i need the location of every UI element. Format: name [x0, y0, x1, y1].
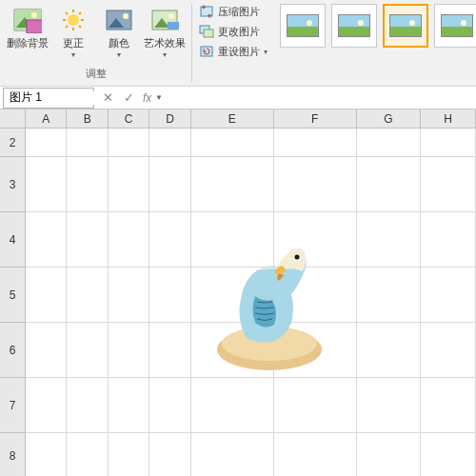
fx-label[interactable]: fx [139, 91, 155, 105]
cell[interactable] [26, 157, 67, 212]
style-thumb-4[interactable] [434, 4, 476, 48]
cell[interactable] [67, 378, 108, 433]
cell[interactable] [109, 433, 149, 476]
cell[interactable] [421, 212, 476, 268]
cell[interactable] [357, 268, 422, 323]
color-button[interactable]: 颜色 ▾ [97, 2, 141, 62]
table-row: 7 [0, 378, 476, 433]
row-header[interactable]: 5 [0, 268, 26, 323]
cancel-button[interactable]: ✕ [97, 90, 118, 105]
cell[interactable] [149, 433, 190, 476]
cell[interactable] [421, 129, 476, 157]
confirm-button[interactable]: ✓ [118, 90, 139, 105]
reset-picture-button[interactable]: 重设图片 ▾ [196, 42, 270, 61]
corrections-icon [58, 5, 89, 35]
cell[interactable] [109, 268, 149, 323]
formula-bar: ▼ ✕ ✓ fx [0, 87, 476, 109]
cell[interactable] [274, 157, 357, 212]
cell[interactable] [26, 129, 67, 157]
cell[interactable] [149, 157, 190, 212]
group-label-adjust: 调整 [86, 67, 107, 84]
cell[interactable] [191, 157, 274, 212]
svg-point-4 [68, 14, 79, 26]
row-header[interactable]: 3 [0, 157, 26, 212]
cell[interactable] [149, 378, 190, 433]
artistic-label: 艺术效果 [144, 37, 186, 50]
col-header[interactable]: B [67, 109, 108, 129]
cell[interactable] [26, 212, 67, 268]
artistic-icon [149, 5, 180, 35]
cell[interactable] [109, 129, 149, 157]
svg-line-9 [66, 12, 68, 14]
table-row: 2 [0, 129, 476, 157]
cell[interactable] [67, 212, 108, 268]
cell[interactable] [67, 129, 108, 157]
select-all-corner[interactable] [0, 109, 26, 129]
cell[interactable] [357, 433, 422, 476]
cell[interactable] [421, 157, 476, 212]
cell[interactable] [109, 212, 149, 268]
col-header[interactable]: E [191, 109, 274, 129]
cell[interactable] [274, 433, 357, 476]
style-thumb-2[interactable] [331, 4, 377, 48]
cell[interactable] [357, 323, 422, 378]
cell[interactable] [26, 378, 67, 433]
row-header[interactable]: 6 [0, 323, 26, 378]
style-thumb-1[interactable] [280, 4, 326, 48]
change-icon [199, 24, 214, 39]
cell[interactable] [191, 378, 274, 433]
cell[interactable] [26, 323, 67, 378]
col-header[interactable]: F [274, 109, 357, 129]
corrections-button[interactable]: 更正 ▾ [51, 2, 95, 62]
cell[interactable] [26, 268, 67, 323]
col-header[interactable]: C [109, 109, 149, 129]
col-header[interactable]: D [149, 109, 190, 129]
cell[interactable] [67, 433, 108, 476]
artistic-effects-button[interactable]: 艺术效果 ▾ [143, 2, 187, 62]
cell[interactable] [421, 268, 476, 323]
cell[interactable] [357, 378, 422, 433]
compress-icon [199, 4, 214, 19]
cell[interactable] [421, 323, 476, 378]
cell[interactable] [109, 323, 149, 378]
style-thumb-3[interactable] [383, 4, 428, 48]
cell[interactable] [109, 157, 149, 212]
cell[interactable] [67, 323, 108, 378]
cell[interactable] [149, 129, 190, 157]
col-header[interactable]: A [26, 109, 67, 129]
chevron-down-icon: ▾ [71, 50, 75, 59]
row-header[interactable]: 7 [0, 378, 26, 433]
cell[interactable] [149, 212, 190, 268]
row-header[interactable]: 8 [0, 433, 26, 476]
reset-label: 重设图片 [218, 45, 260, 59]
remove-background-button[interactable]: 删除背景 [6, 2, 50, 62]
cell[interactable] [67, 268, 108, 323]
compress-picture-button[interactable]: 压缩图片 [196, 2, 270, 21]
cell[interactable] [109, 378, 149, 433]
cell[interactable] [191, 433, 274, 476]
cell[interactable] [357, 212, 422, 268]
cell[interactable] [421, 433, 476, 476]
svg-line-10 [79, 26, 81, 28]
table-row: 3 [0, 157, 476, 212]
cell[interactable] [149, 323, 190, 378]
spreadsheet-grid[interactable]: ABCDEFGH 2345678 [0, 109, 476, 476]
col-header[interactable]: G [357, 109, 422, 129]
col-header[interactable]: H [421, 109, 476, 129]
cell[interactable] [274, 378, 357, 433]
svg-line-12 [79, 12, 81, 14]
row-header[interactable]: 2 [0, 129, 26, 157]
inserted-picture[interactable] [188, 228, 331, 370]
cell[interactable] [67, 157, 108, 212]
cell[interactable] [421, 378, 476, 433]
adjust-group: 删除背景 更正 ▾ 颜色 ▾ 艺术效果 ▾ [0, 0, 192, 86]
cell[interactable] [274, 129, 357, 157]
cell[interactable] [191, 129, 274, 157]
cell[interactable] [357, 129, 422, 157]
row-header[interactable]: 4 [0, 212, 26, 268]
cell[interactable] [149, 268, 190, 323]
name-box[interactable]: ▼ [3, 88, 94, 109]
cell[interactable] [26, 433, 67, 476]
change-picture-button[interactable]: 更改图片 [196, 22, 270, 41]
cell[interactable] [357, 157, 422, 212]
